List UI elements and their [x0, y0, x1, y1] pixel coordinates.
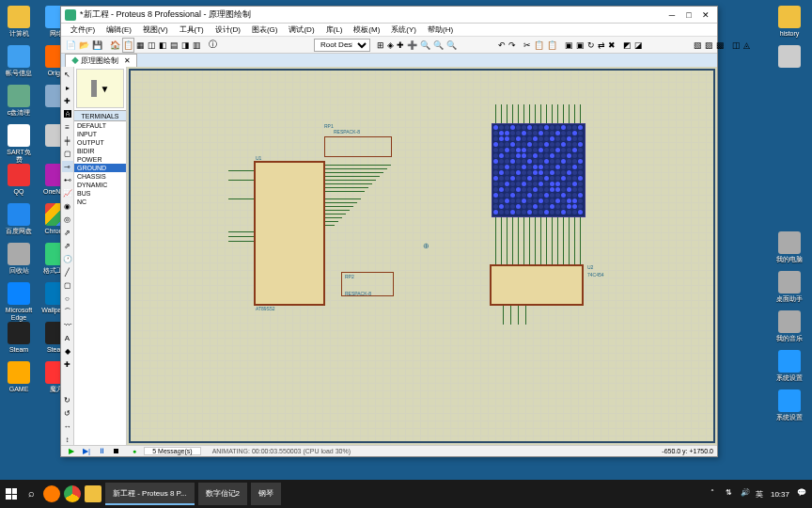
- wire[interactable]: [325, 165, 391, 166]
- terminal-item-power[interactable]: POWER: [74, 155, 126, 164]
- task-app3[interactable]: 钢琴: [251, 483, 281, 505]
- circle-icon[interactable]: ○: [62, 293, 73, 304]
- select-mode-icon[interactable]: ↖: [62, 69, 73, 80]
- marker-icon[interactable]: ✚: [62, 358, 73, 370]
- desktop-icon[interactable]: SART免费: [4, 124, 34, 160]
- wire[interactable]: [325, 172, 383, 173]
- open-icon[interactable]: 📂: [78, 38, 90, 53]
- wire[interactable]: [228, 180, 254, 181]
- 3d-icon[interactable]: ◫: [147, 38, 157, 53]
- menu-help[interactable]: 帮助(H): [422, 24, 459, 36]
- center-icon[interactable]: ✚: [396, 38, 405, 53]
- wire[interactable]: [518, 306, 519, 325]
- bom-icon[interactable]: ▤: [169, 38, 180, 53]
- zoom-out-icon[interactable]: 🔍: [419, 38, 431, 53]
- snap-icon[interactable]: ◈: [386, 38, 395, 53]
- desktop-icon[interactable]: c盘清理: [4, 85, 34, 120]
- desktop-icon[interactable]: 系统设置: [774, 389, 804, 425]
- component-mcu[interactable]: U1 AT89S52: [254, 161, 325, 306]
- graph-icon[interactable]: 📈: [62, 187, 73, 198]
- menu-system[interactable]: 系统(Y): [385, 24, 422, 36]
- wire[interactable]: [325, 191, 365, 192]
- subcircuit-icon[interactable]: ▢: [62, 148, 73, 159]
- generator-icon[interactable]: ◎: [62, 214, 73, 225]
- tool-c-icon[interactable]: ▩: [715, 38, 726, 53]
- menu-debug[interactable]: 调试(D): [283, 24, 320, 36]
- wire[interactable]: [325, 225, 335, 226]
- notes-icon[interactable]: ◨: [180, 38, 191, 53]
- sim-pause-icon[interactable]: ⏸: [95, 447, 108, 456]
- tab-schematic[interactable]: ◆ 原理图绘制 ✕: [65, 54, 137, 67]
- menu-library[interactable]: 库(L): [320, 24, 349, 36]
- sim-step-icon[interactable]: ▶|: [80, 447, 93, 456]
- bus-icon[interactable]: ╪: [62, 135, 73, 146]
- wire[interactable]: [228, 231, 254, 232]
- pinned-explorer-icon[interactable]: [85, 485, 102, 502]
- desktop-icon[interactable]: 计算机: [4, 6, 34, 41]
- terminal-item-bidir[interactable]: BIDIR: [74, 147, 126, 155]
- desktop-icon[interactable]: GAME: [4, 361, 34, 397]
- zoom-area-icon[interactable]: 🔍: [445, 38, 458, 53]
- wire[interactable]: [325, 210, 350, 211]
- menu-template[interactable]: 模板(M): [348, 24, 385, 36]
- task-app2[interactable]: 数字信记2: [198, 483, 247, 505]
- menu-tool[interactable]: 工具(T): [174, 24, 210, 36]
- desktop-icon[interactable]: QQ: [4, 164, 34, 199]
- delete-icon[interactable]: ✖: [607, 38, 617, 53]
- design-combo[interactable]: Root Design: [314, 39, 370, 52]
- rotate-icon[interactable]: ↻: [586, 38, 596, 53]
- pcb-icon[interactable]: ▦: [135, 38, 146, 53]
- help-icon[interactable]: ⓘ: [208, 38, 218, 53]
- desktop-icon[interactable]: 百度网盘: [4, 203, 34, 239]
- tool-e-icon[interactable]: ◬: [742, 38, 751, 53]
- mirror-v-icon[interactable]: ↕: [62, 434, 73, 445]
- wire[interactable]: [325, 198, 361, 199]
- wire[interactable]: [228, 170, 254, 171]
- wire[interactable]: [525, 306, 526, 325]
- wire[interactable]: [325, 206, 353, 207]
- tool-d-icon[interactable]: ◫: [731, 38, 742, 53]
- tray-notifications-icon[interactable]: 💬: [797, 488, 808, 500]
- wire[interactable]: [325, 217, 342, 218]
- tool-a-icon[interactable]: ▧: [693, 38, 703, 53]
- rotate-ccw-icon[interactable]: ↺: [62, 407, 73, 419]
- desktop-icon[interactable]: 桌面助手: [774, 271, 804, 307]
- component-driver[interactable]: [490, 264, 584, 306]
- paste-icon[interactable]: 📋: [546, 38, 558, 53]
- block-copy-icon[interactable]: ▣: [564, 38, 574, 53]
- tray-clock[interactable]: 10:37: [767, 490, 793, 499]
- wire[interactable]: [510, 306, 511, 325]
- text-icon[interactable]: ≡: [62, 121, 73, 133]
- wire[interactable]: [325, 176, 380, 177]
- explorer-icon[interactable]: ▥: [192, 38, 202, 53]
- new-icon[interactable]: 📄: [65, 38, 77, 53]
- tray-chevron-up-icon[interactable]: ˄: [710, 488, 722, 500]
- terminal-item-dynamic[interactable]: DYNAMIC: [74, 181, 126, 189]
- titlebar[interactable]: *新工程 - Proteus 8 Professional - 原理图绘制 ─ …: [61, 7, 717, 24]
- arc-icon[interactable]: ⌒: [62, 306, 73, 317]
- wire[interactable]: [228, 241, 254, 242]
- desktop-icon[interactable]: 帐号信息: [4, 45, 34, 81]
- block-move-icon[interactable]: ▣: [575, 38, 586, 53]
- wire[interactable]: [325, 221, 338, 222]
- copy-icon[interactable]: 📋: [533, 38, 545, 53]
- menu-view[interactable]: 视图(V): [137, 24, 174, 36]
- wire[interactable]: [228, 236, 254, 237]
- terminal-item-nc[interactable]: NC: [74, 198, 126, 206]
- save-icon[interactable]: 💾: [91, 38, 103, 53]
- start-button[interactable]: [4, 486, 19, 501]
- wire[interactable]: [228, 198, 254, 199]
- sim-play-icon[interactable]: ▶: [65, 447, 78, 456]
- line-icon[interactable]: ╱: [62, 266, 73, 278]
- desktop-icon[interactable]: Microsoft Edge: [4, 282, 34, 318]
- overview-preview[interactable]: ▼: [76, 69, 124, 108]
- terminal-item-default[interactable]: DEFAULT: [74, 121, 126, 130]
- tape-icon[interactable]: ◉: [62, 200, 73, 212]
- label-icon[interactable]: 🅰: [62, 108, 73, 119]
- desktop-icon[interactable]: 我的电脑: [774, 231, 804, 267]
- undo-icon[interactable]: ↶: [497, 38, 507, 53]
- wire[interactable]: [325, 180, 376, 181]
- wire[interactable]: [325, 214, 346, 214]
- close-button[interactable]: ✕: [698, 8, 713, 22]
- maximize-button[interactable]: □: [681, 8, 696, 22]
